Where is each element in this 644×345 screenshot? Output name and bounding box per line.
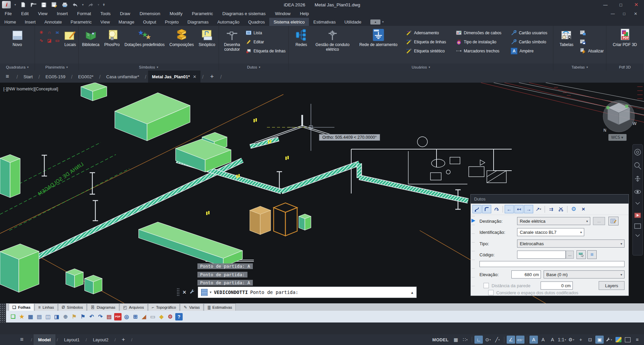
panel-label-planimetria[interactable]: Planimetria▾ (35, 63, 78, 71)
flag-star-icon[interactable]: ⚑ (71, 313, 78, 320)
codigo-description-field[interactable] (479, 261, 625, 267)
command-wrench-icon[interactable] (189, 289, 195, 296)
panel-label-usuarios[interactable]: Usuários▾ (289, 63, 553, 71)
app-menu-chevron-icon[interactable]: ▾ (14, 3, 16, 6)
redo-arrow-icon[interactable]: ↷ (97, 313, 104, 320)
layers-button[interactable]: Layers (599, 281, 625, 290)
annotation-scale-value[interactable]: 1:1▾ (558, 336, 566, 344)
novo-button[interactable]: Novo (10, 28, 25, 47)
bottom-tab-arquivos[interactable]: ◰Arquivos (120, 303, 148, 311)
save-sheet-icon[interactable]: ▦ (27, 313, 34, 320)
grid-view-icon[interactable]: ⊞ (132, 313, 139, 320)
isodraft-icon[interactable]: ╱▾ (493, 336, 502, 344)
codigo-browse-button[interactable]: ... (566, 251, 574, 259)
codigo-input[interactable] (517, 251, 566, 259)
layout-menu-icon[interactable]: ≡ (0, 336, 30, 343)
save-as-icon[interactable] (51, 2, 58, 8)
grid-display-icon[interactable]: ▦ (452, 336, 460, 344)
destinacao-select[interactable]: Rede elétrica▾ (517, 217, 590, 225)
command-grip-handle[interactable] (177, 288, 180, 297)
fullscreen-icon[interactable] (624, 336, 632, 344)
ribbon-tab-utilidade[interactable]: Utilidade (340, 18, 366, 26)
considere-checkbox[interactable] (488, 290, 494, 295)
split-scissors-icon[interactable] (556, 205, 565, 213)
tipo-instalacao-button[interactable]: I02 Tipo de instalação (454, 37, 509, 46)
ortho-mode-icon[interactable]: ∟ (474, 336, 483, 344)
file-tab-start[interactable]: Start (19, 71, 37, 83)
ribbon-tab-estimativas[interactable]: Estimativas (309, 18, 340, 26)
etiqueta-de-linhas-button[interactable]: Etiqueta de linhas (405, 37, 454, 46)
menu-insert[interactable]: Insert (52, 9, 73, 18)
bottom-tab-topografico[interactable]: ⌐Topográfico (148, 303, 180, 311)
locais-button[interactable]: Locais (63, 28, 78, 47)
open-file-icon[interactable] (30, 2, 37, 8)
etiqueta-sintetico-button[interactable]: Etiqueta sintético (405, 46, 454, 55)
distancia-checkbox[interactable] (484, 283, 489, 288)
clean-screen-icon[interactable]: ▣ (595, 336, 604, 344)
bottom-tab-simbolos[interactable]: ØSímbolos (58, 303, 87, 311)
blank-icon[interactable]: ▭ (149, 313, 156, 320)
settings-gear-icon[interactable]: ⚙ (569, 205, 578, 213)
etiqueta-linhas-button[interactable]: Etiqueta de linhas (244, 46, 287, 55)
panel-label-tabelas[interactable]: Tabelas▾ (553, 63, 606, 71)
phospro-button[interactable]: PhosPro (103, 28, 121, 47)
new-file-icon[interactable] (20, 2, 27, 8)
corner-duct-icon[interactable] (482, 205, 491, 213)
menu-parametric[interactable]: Parametric (187, 9, 218, 18)
destinacao-browse-button[interactable]: ... (593, 217, 605, 225)
print-sheet-icon[interactable]: ▤ (105, 313, 113, 320)
tipo-select[interactable]: Eletrocalhas▾ (517, 240, 625, 248)
dynamic-input-icon[interactable]: ▭▾ (516, 336, 524, 344)
editar-button[interactable]: Editar (244, 37, 287, 46)
panel-icon[interactable]: ◨ (53, 313, 60, 320)
maximize-button[interactable]: □ (613, 0, 629, 9)
object-snap-icon[interactable]: ⊡ (586, 336, 594, 344)
menu-file[interactable]: File (0, 9, 16, 18)
new-tab-button[interactable]: + (205, 71, 219, 83)
command-recent-chevron-icon[interactable]: ▼ (210, 291, 212, 294)
panel-label-quadratura[interactable]: Quadratura▾ (0, 63, 35, 71)
ribbon-tab-sistema-eletrico[interactable]: Sistema eletrico (269, 18, 309, 26)
menu-help[interactable]: Help (295, 9, 314, 18)
fixed-direction-icon[interactable]: ↗▾ (534, 205, 543, 213)
sinoptico-button[interactable]: Sinóptico (197, 28, 216, 47)
gestao-conduto-button[interactable]: Gestão de conduto elétrico (313, 28, 352, 52)
distancia-input[interactable] (541, 282, 573, 290)
adensamento-button[interactable]: Adensamento (405, 28, 454, 37)
rede-aterramento-button[interactable]: Rede de aterramento (352, 28, 405, 47)
table-export-button[interactable] (579, 28, 605, 37)
isolate-objects-icon[interactable] (614, 336, 623, 344)
dotacoes-button[interactable]: ★★★ Dotações predefinidos (123, 28, 166, 47)
criar-pdf-3d-button[interactable]: PDF Criar PDF 3D (611, 28, 638, 47)
undo-icon[interactable] (72, 2, 79, 8)
ribbon-tab-parametric[interactable]: Parametric (66, 18, 96, 26)
file-tabs-menu-icon[interactable]: ≡ (0, 71, 15, 83)
panel-label-dutos[interactable]: Dutos▾ (219, 63, 288, 71)
bottom-tab-folhas[interactable]: ❏Folhas (9, 303, 34, 311)
plot-icon[interactable] (61, 2, 68, 8)
elevacao-input[interactable] (511, 270, 541, 278)
dimensoes-cabos-button[interactable]: Dimensões de cabos (454, 28, 509, 37)
clean-icon[interactable]: ◆ (158, 313, 165, 320)
close-button[interactable]: ✕ (629, 0, 644, 9)
minimize-button[interactable]: — (598, 0, 613, 9)
align-left-arrow-icon[interactable]: ← (505, 205, 514, 213)
undo-arrow-icon[interactable]: ↶ (88, 313, 95, 320)
osnap-tracking-icon[interactable]: ∠ (507, 336, 515, 344)
menu-edit[interactable]: Edit (16, 9, 33, 18)
command-close-icon[interactable]: × (183, 289, 186, 295)
arc-icon[interactable]: ∩ (46, 29, 53, 36)
command-expand-icon[interactable]: ▲ (411, 291, 413, 294)
menu-format[interactable]: Format (73, 9, 96, 18)
align-center-arrow-icon[interactable]: ↤ (514, 205, 523, 213)
ribbon-tab-diagramas[interactable]: Diagramas (183, 18, 213, 26)
mdi-minimize-button[interactable]: — (608, 11, 618, 16)
mdi-close-button[interactable]: ✕ (631, 11, 641, 16)
halfsquare-icon[interactable]: ◪ (46, 37, 53, 44)
biblioteca-button[interactable]: Biblioteca (81, 28, 101, 47)
annotation-autoscale-icon[interactable]: A (539, 336, 547, 344)
bottom-panel-grip[interactable] (0, 303, 6, 322)
menu-modify[interactable]: Modify (165, 9, 187, 18)
curve-duct-icon[interactable] (492, 205, 501, 213)
composicoes-button[interactable]: Composições (168, 28, 195, 47)
